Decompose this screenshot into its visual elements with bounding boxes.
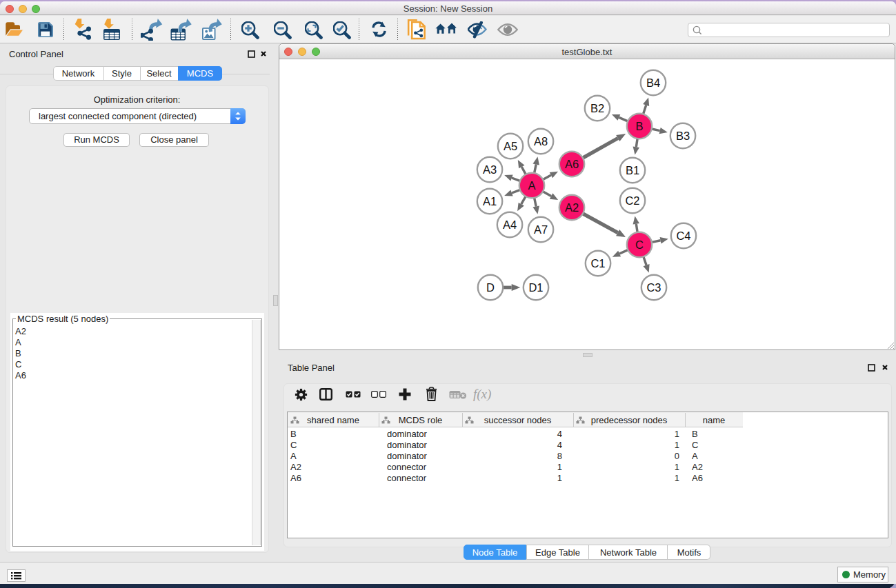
svg-text:C4: C4 bbox=[676, 230, 690, 242]
svg-text:B2: B2 bbox=[590, 102, 604, 114]
svg-text:B1: B1 bbox=[626, 164, 639, 176]
svg-text:C2: C2 bbox=[625, 194, 639, 207]
svg-text:A8: A8 bbox=[534, 135, 548, 148]
svg-text:A7: A7 bbox=[534, 223, 548, 236]
svg-text:A4: A4 bbox=[503, 219, 517, 231]
svg-text:C: C bbox=[635, 239, 644, 251]
svg-text:A5: A5 bbox=[504, 140, 517, 152]
svg-text:A3: A3 bbox=[483, 163, 497, 176]
svg-text:D: D bbox=[486, 281, 495, 294]
svg-text:C3: C3 bbox=[646, 281, 661, 294]
svg-text:A2: A2 bbox=[565, 201, 579, 214]
svg-text:A: A bbox=[528, 179, 535, 192]
svg-text:A1: A1 bbox=[483, 195, 497, 207]
svg-text:C1: C1 bbox=[590, 257, 605, 270]
svg-text:B4: B4 bbox=[646, 77, 660, 89]
svg-text:B: B bbox=[635, 120, 643, 132]
svg-text:B3: B3 bbox=[676, 130, 690, 142]
svg-text:D1: D1 bbox=[528, 281, 543, 294]
svg-text:A6: A6 bbox=[565, 158, 579, 170]
